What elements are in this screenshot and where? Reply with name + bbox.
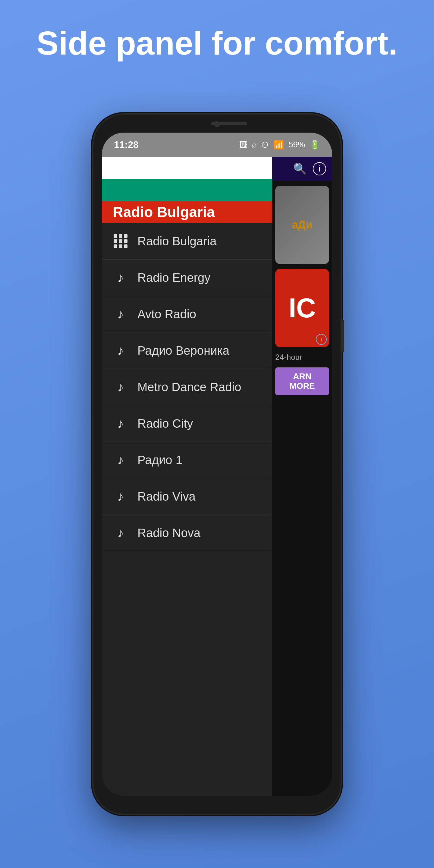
menu-item-metro-dance-radio[interactable]: ♪ Metro Dance Radio bbox=[102, 369, 272, 405]
menu-label-metro-dance-radio: Metro Dance Radio bbox=[137, 380, 241, 394]
note-icon-8: ♪ bbox=[117, 526, 124, 539]
grid-icon-shape bbox=[114, 234, 127, 248]
battery-icon: 🔋 bbox=[310, 140, 320, 150]
flag-green bbox=[102, 179, 272, 201]
battery-text: 59% bbox=[288, 140, 305, 150]
menu-item-radio-viva[interactable]: ♪ Radio Viva bbox=[102, 478, 272, 515]
menu-label-radio-energy: Radio Energy bbox=[137, 271, 210, 284]
music-icon-2: ♪ bbox=[113, 306, 128, 322]
note-icon-4: ♪ bbox=[117, 380, 124, 394]
wifi-icon: ⏲ bbox=[261, 140, 270, 150]
music-icon-1: ♪ bbox=[113, 270, 128, 285]
phone-screen: 11:28 🖼 ⌕ ⏲ 📶 59% 🔋 bbox=[102, 133, 332, 796]
flag-header: Radio Bulgaria bbox=[102, 157, 272, 223]
phone-body: 11:28 🖼 ⌕ ⏲ 📶 59% 🔋 bbox=[93, 115, 341, 814]
info-badge: i bbox=[316, 334, 327, 345]
menu-label-radio-city: Radio City bbox=[137, 417, 193, 430]
note-icon-6: ♪ bbox=[117, 453, 124, 467]
status-bar: 11:28 🖼 ⌕ ⏲ 📶 59% 🔋 bbox=[102, 133, 332, 157]
note-icon-1: ♪ bbox=[117, 271, 124, 284]
right-panel: 🔍 i аДи IC i 24-hour bbox=[272, 157, 332, 796]
menu-label-radio-viva: Radio Viva bbox=[137, 490, 195, 503]
side-drawer: Radio Bulgaria bbox=[102, 157, 272, 796]
status-time: 11:28 bbox=[114, 139, 138, 150]
signal-icon: 📶 bbox=[274, 140, 284, 150]
menu-label-radio-nova: Radio Nova bbox=[137, 526, 200, 540]
menu-label-radio-veronika: Радио Вероника bbox=[137, 344, 229, 358]
music-icon-4: ♪ bbox=[113, 379, 128, 395]
right-top-bar: 🔍 i bbox=[272, 157, 332, 181]
learn-more-button[interactable]: ARN MORE bbox=[275, 367, 329, 395]
card-cyrillic-text: аДи bbox=[292, 218, 313, 231]
note-icon-5: ♪ bbox=[117, 417, 124, 430]
music-icon-6: ♪ bbox=[113, 452, 128, 468]
menu-item-radio-1[interactable]: ♪ Радио 1 bbox=[102, 442, 272, 478]
music-icon-5: ♪ bbox=[113, 415, 128, 431]
menu-list: Radio Bulgaria ♪ Radio Energy bbox=[102, 223, 272, 796]
twenty-four-label: 24-hour bbox=[272, 350, 332, 364]
menu-label-avto-radio: Avto Radio bbox=[137, 307, 196, 321]
status-icons: 🖼 ⌕ ⏲ 📶 59% 🔋 bbox=[239, 140, 320, 150]
music-icon-7: ♪ bbox=[113, 489, 128, 504]
menu-item-avto-radio[interactable]: ♪ Avto Radio bbox=[102, 296, 272, 333]
flag-red: Radio Bulgaria bbox=[102, 201, 272, 223]
info-icon[interactable]: i bbox=[313, 162, 326, 176]
music-icon-8: ♪ bbox=[113, 525, 128, 541]
note-icon-7: ♪ bbox=[117, 490, 124, 503]
music-icon-3: ♪ bbox=[113, 343, 128, 358]
menu-item-radio-energy[interactable]: ♪ Radio Energy bbox=[102, 259, 272, 296]
note-icon-3: ♪ bbox=[117, 344, 124, 357]
drawer-title: Radio Bulgaria bbox=[113, 204, 215, 220]
search-icon[interactable]: 🔍 bbox=[293, 162, 307, 175]
menu-item-radio-nova[interactable]: ♪ Radio Nova bbox=[102, 515, 272, 551]
bluetooth-icon: ⌕ bbox=[252, 140, 257, 150]
app-content: Radio Bulgaria bbox=[102, 157, 332, 796]
phone-frame: 11:28 🖼 ⌕ ⏲ 📶 59% 🔋 bbox=[93, 115, 341, 814]
grid-icon bbox=[113, 233, 128, 249]
learn-more-text: ARN MORE bbox=[290, 372, 315, 391]
page-headline: Side panel for comfort. bbox=[0, 24, 434, 62]
menu-item-radio-veronika[interactable]: ♪ Радио Вероника bbox=[102, 333, 272, 369]
card-thumbnail-1: аДи bbox=[275, 186, 329, 264]
side-button bbox=[341, 319, 344, 352]
menu-item-radio-bulgaria[interactable]: Radio Bulgaria bbox=[102, 223, 272, 259]
phone-speaker bbox=[211, 122, 247, 125]
card-ic-text: IC bbox=[289, 293, 316, 324]
menu-label-radio-bulgaria: Radio Bulgaria bbox=[137, 235, 216, 248]
menu-item-radio-city[interactable]: ♪ Radio City bbox=[102, 405, 272, 442]
flag-white bbox=[102, 157, 272, 179]
menu-label-radio-1: Радио 1 bbox=[137, 453, 182, 467]
photo-icon: 🖼 bbox=[239, 140, 247, 150]
note-icon-2: ♪ bbox=[117, 307, 124, 321]
